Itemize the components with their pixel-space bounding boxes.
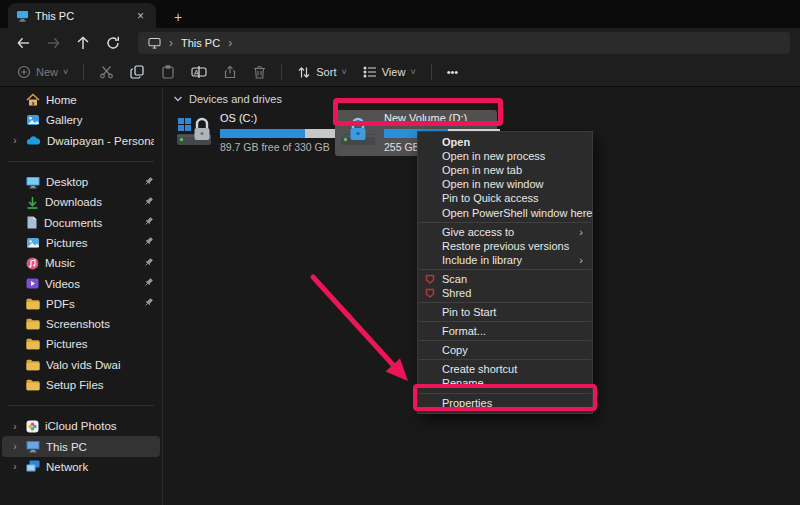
sidebar-item-valo-vids-dwai[interactable]: Valo vids Dwai xyxy=(2,355,160,375)
menu-item-give-access-to[interactable]: Give access to› xyxy=(418,225,592,239)
menu-separator xyxy=(419,269,591,270)
sidebar-item-home[interactable]: Home xyxy=(2,90,160,110)
folder-icon xyxy=(26,318,40,330)
sidebar-item-icloud-photos[interactable]: › iCloud Photos xyxy=(2,416,160,436)
folder-icon xyxy=(26,298,40,310)
sidebar-item-onedrive-personal[interactable]: › Dwaipayan - Personal xyxy=(2,131,160,151)
address-bar[interactable]: › This PC › xyxy=(138,32,790,54)
delete-button[interactable] xyxy=(246,61,273,83)
expand-chevron-icon[interactable]: › xyxy=(10,461,20,472)
more-options-button[interactable]: ••• xyxy=(440,62,466,82)
devices-and-drives-header[interactable]: Devices and drives xyxy=(171,90,800,108)
back-button[interactable] xyxy=(10,31,36,55)
expand-chevron-icon[interactable]: › xyxy=(10,135,20,146)
sidebar-item-label: Gallery xyxy=(46,114,154,126)
menu-item-open-in-new-tab[interactable]: Open in new tab xyxy=(418,163,592,177)
menu-item-label: Pin to Quick access xyxy=(442,192,539,204)
sidebar-item-desktop[interactable]: Desktop xyxy=(2,172,160,192)
menu-item-rename[interactable]: Rename xyxy=(418,376,592,390)
menu-item-label: Shred xyxy=(442,287,471,299)
sidebar-item-pdfs[interactable]: PDFs xyxy=(2,294,160,314)
menu-item-pin-to-start[interactable]: Pin to Start xyxy=(418,305,592,319)
antivirus-shield-icon xyxy=(425,274,435,284)
menu-item-label: Restore previous versions xyxy=(442,240,569,252)
sidebar-item-downloads[interactable]: Downloads xyxy=(2,192,160,212)
breadcrumb-this-pc[interactable]: This PC xyxy=(181,37,220,49)
view-button-label: View xyxy=(382,66,406,78)
chevron-down-icon: ˅ xyxy=(63,67,68,77)
music-icon xyxy=(26,257,39,270)
sidebar-item-label: Desktop xyxy=(46,176,137,188)
sidebar-item-screenshots[interactable]: Screenshots xyxy=(2,314,160,334)
menu-item-open[interactable]: Open xyxy=(418,135,592,149)
drive-name: New Volume (D:) xyxy=(384,112,500,125)
expand-chevron-icon[interactable]: › xyxy=(10,421,20,432)
drive-tile-os-c[interactable]: OS (C:) 89.7 GB free of 330 GB xyxy=(171,110,333,156)
menu-item-restore-previous-versions[interactable]: Restore previous versions xyxy=(418,239,592,253)
icloud-photos-icon xyxy=(26,420,39,433)
toolbar-separator xyxy=(281,64,282,80)
pin-icon xyxy=(143,277,154,290)
pin-icon xyxy=(143,176,154,189)
menu-item-format[interactable]: Format... xyxy=(418,324,592,338)
new-button[interactable]: New ˅ xyxy=(10,61,75,83)
rename-button[interactable]: A xyxy=(184,61,214,83)
menu-item-shred[interactable]: Shred xyxy=(418,286,592,300)
sidebar-item-videos[interactable]: Videos xyxy=(2,273,160,293)
new-tab-button[interactable]: + xyxy=(168,9,188,28)
menu-item-open-in-new-process[interactable]: Open in new process xyxy=(418,149,592,163)
tab-close-icon[interactable]: × xyxy=(133,9,148,23)
menu-item-label: Rename xyxy=(442,377,484,389)
menu-item-copy[interactable]: Copy xyxy=(418,343,592,357)
sidebar-item-label: Screenshots xyxy=(46,318,154,330)
sidebar-item-documents[interactable]: Documents xyxy=(2,212,160,232)
menu-item-open-in-new-window[interactable]: Open in new window xyxy=(418,177,592,191)
antivirus-shield-icon xyxy=(425,288,435,298)
menu-item-create-shortcut[interactable]: Create shortcut xyxy=(418,362,592,376)
pin-icon xyxy=(143,257,154,270)
menu-item-open-powershell-window-here[interactable]: Open PowerShell window here xyxy=(418,205,592,219)
this-pc-icon xyxy=(26,440,40,453)
menu-item-properties[interactable]: Properties xyxy=(418,396,592,410)
tab-title: This PC xyxy=(35,10,127,22)
copy-button[interactable] xyxy=(123,61,152,83)
menu-item-label: Format... xyxy=(442,325,486,337)
sidebar-item-label: Videos xyxy=(45,278,137,290)
videos-icon xyxy=(26,277,39,290)
refresh-button[interactable] xyxy=(100,31,126,55)
expand-chevron-icon[interactable]: › xyxy=(10,441,20,452)
sidebar-item-label: Home xyxy=(46,94,154,106)
sidebar-item-label: Valo vids Dwai xyxy=(46,359,154,371)
command-bar: New ˅ A Sort ˅ View ˅ xyxy=(0,58,800,87)
folder-icon xyxy=(26,359,40,371)
sidebar-item-pictures-folder[interactable]: Pictures xyxy=(2,334,160,354)
up-button[interactable] xyxy=(70,31,96,55)
drive-info: OS (C:) 89.7 GB free of 330 GB xyxy=(220,112,336,154)
sidebar-item-gallery[interactable]: Gallery xyxy=(2,110,160,130)
menu-separator xyxy=(419,359,591,360)
sidebar-item-network[interactable]: › Network xyxy=(2,457,160,477)
sidebar-item-this-pc[interactable]: › This PC xyxy=(2,436,160,456)
drive-name: OS (C:) xyxy=(220,112,336,125)
sidebar-item-setup-files[interactable]: Setup Files xyxy=(2,375,160,395)
sort-button[interactable]: Sort ˅ xyxy=(290,62,353,83)
sort-button-label: Sort xyxy=(316,66,336,78)
menu-item-include-in-library[interactable]: Include in library› xyxy=(418,253,592,267)
sidebar-item-label: iCloud Photos xyxy=(45,420,154,432)
sidebar-item-music[interactable]: Music xyxy=(2,253,160,273)
menu-item-scan[interactable]: Scan xyxy=(418,272,592,286)
forward-button[interactable] xyxy=(40,31,66,55)
titlebar: This PC × + xyxy=(0,0,800,28)
share-button[interactable] xyxy=(216,61,244,83)
view-button[interactable]: View ˅ xyxy=(356,62,423,82)
paste-button[interactable] xyxy=(154,61,182,83)
sidebar-item-label: PDFs xyxy=(46,298,137,310)
section-header-label: Devices and drives xyxy=(189,93,282,105)
toolbar-separator xyxy=(431,64,432,80)
cut-button[interactable] xyxy=(92,61,121,83)
tab-this-pc[interactable]: This PC × xyxy=(8,3,156,28)
drive-bitlocker-windows-icon xyxy=(175,112,215,154)
onedrive-cloud-icon xyxy=(26,134,41,148)
sidebar-item-pictures[interactable]: Pictures xyxy=(2,233,160,253)
menu-item-pin-to-quick-access[interactable]: Pin to Quick access xyxy=(418,191,592,205)
